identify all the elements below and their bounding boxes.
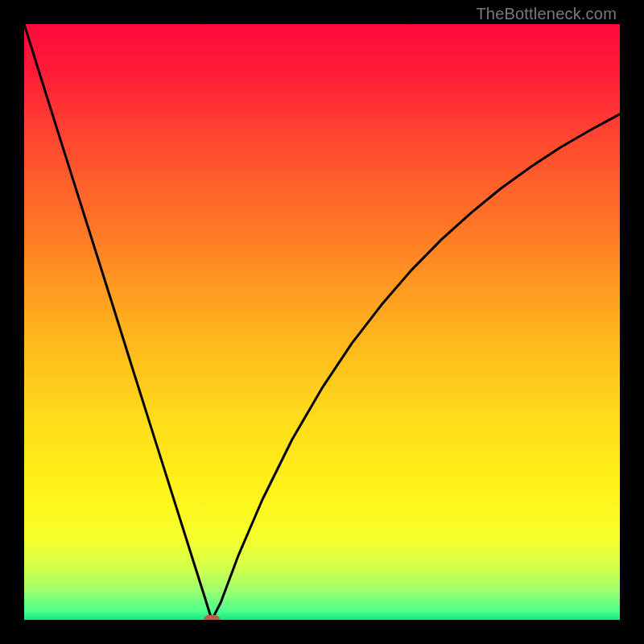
plot-area: [24, 24, 620, 620]
chart-frame: TheBottleneck.com: [0, 0, 644, 644]
watermark-text: TheBottleneck.com: [476, 5, 617, 23]
curve-layer: [24, 24, 620, 620]
optimal-point-marker: [204, 615, 220, 620]
bottleneck-curve: [24, 24, 620, 620]
